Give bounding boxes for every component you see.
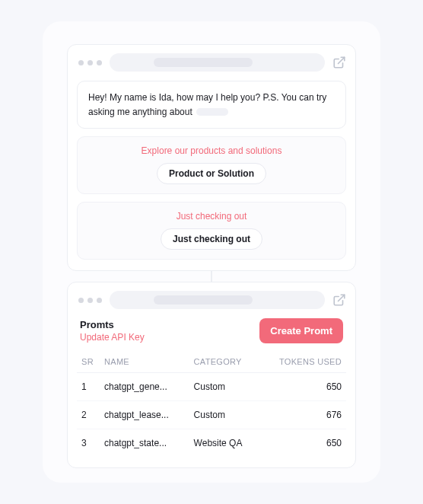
col-name: NAME: [100, 351, 189, 373]
redacted-text: [196, 108, 228, 116]
svg-line-1: [339, 295, 345, 301]
prompts-header: Promts Update API Key Create Promt: [77, 318, 346, 343]
cell-name: chatgpt_gene...: [100, 373, 189, 401]
cell-tokens: 650: [259, 429, 346, 458]
update-api-key-link[interactable]: Update API Key: [80, 332, 145, 343]
cell-name: chatgpt_state...: [100, 429, 189, 458]
svg-line-0: [339, 57, 345, 63]
dot: [87, 298, 93, 303]
prompts-title: Promts: [80, 319, 145, 330]
table-row[interactable]: 2 chatgpt_lease... Custom 676: [77, 401, 346, 429]
dot: [97, 60, 102, 65]
chat-option-title: Explore our products and solutions: [85, 145, 338, 156]
chat-option-title: Just checking out: [85, 211, 338, 222]
cell-tokens: 650: [259, 373, 346, 401]
chat-message: Hey! My name is Ida, how may I help you?…: [77, 81, 346, 129]
dot: [97, 298, 102, 303]
cell-sr: 1: [77, 373, 100, 401]
col-sr: SR: [77, 351, 100, 373]
dot: [78, 60, 84, 65]
col-tokens: TOKENS USED: [259, 351, 346, 373]
cell-name: chatgpt_lease...: [100, 401, 189, 429]
chat-card: Hey! My name is Ida, how may I help you?…: [67, 44, 356, 271]
table-row[interactable]: 1 chatgpt_gene... Custom 650: [77, 373, 346, 401]
chat-option-checking: Just checking out Just checking out: [77, 202, 346, 260]
chat-option-button[interactable]: Just checking out: [161, 228, 262, 250]
cell-category: Custom: [189, 373, 259, 401]
address-bar[interactable]: [110, 291, 325, 309]
prompts-window-chrome: [77, 291, 346, 309]
prompts-card: Promts Update API Key Create Promt SR NA…: [67, 282, 356, 468]
chat-window-chrome: [77, 53, 346, 72]
col-category: CATEGORY: [189, 351, 259, 373]
prompts-table: SR NAME CATEGORY TOKENS USED 1 chatgpt_g…: [77, 351, 346, 457]
cell-category: Custom: [189, 401, 259, 429]
open-external-icon[interactable]: [332, 56, 346, 69]
create-prompt-button[interactable]: Create Promt: [259, 318, 343, 343]
cell-sr: 3: [77, 429, 100, 458]
window-dots: [77, 60, 102, 65]
table-row[interactable]: 3 chatgpt_state... Website QA 650: [77, 429, 346, 458]
dot: [78, 298, 84, 303]
connector-line: [211, 271, 212, 282]
chat-option-explore: Explore our products and solutions Produ…: [77, 136, 346, 194]
cell-category: Website QA: [189, 429, 259, 458]
cell-sr: 2: [77, 401, 100, 429]
chat-option-button[interactable]: Product or Solution: [157, 163, 266, 184]
cell-tokens: 676: [259, 401, 346, 429]
window-dots: [77, 298, 102, 303]
dot: [87, 60, 93, 65]
open-external-icon[interactable]: [332, 293, 346, 307]
address-bar[interactable]: [110, 53, 325, 72]
